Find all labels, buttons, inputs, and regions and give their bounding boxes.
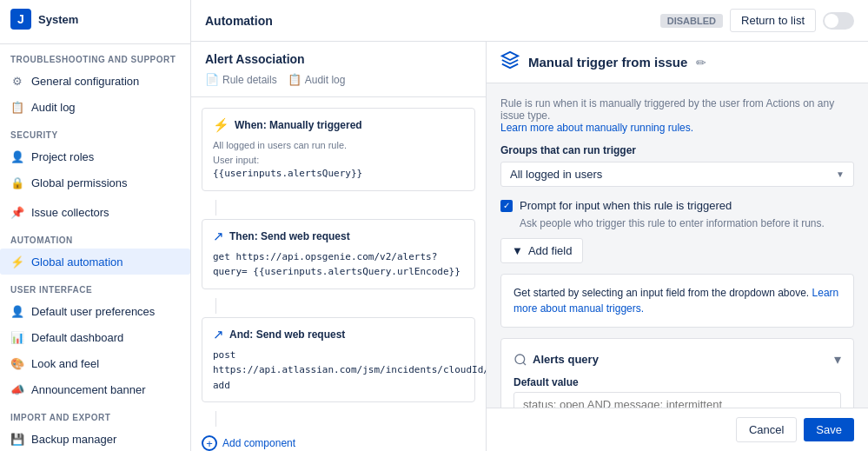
sidebar-item-global-automation[interactable]: ⚡ Global automation	[0, 249, 190, 275]
content: Alert Association 📄 Rule details 📋 Audit…	[191, 42, 868, 451]
and-card-content: post https://api.atlassian.com/jsm/incid…	[213, 349, 486, 391]
edit-icon[interactable]: ✏	[696, 56, 706, 70]
sidebar-logo: J System	[10, 9, 180, 30]
backup-icon: 💾	[10, 432, 24, 446]
chevron-down-icon: ▼	[836, 169, 845, 179]
section-ts-title: Troubleshooting and Support	[10, 55, 180, 64]
paint-icon: 🎨	[10, 356, 24, 370]
rule-details-icon: 📄	[205, 73, 219, 86]
sidebar-item-label: Default user preferences	[31, 305, 155, 318]
then-card-content: get https://api.opsgenie.com/v2/alerts?q…	[213, 251, 461, 278]
sidebar-item-look-and-feel[interactable]: 🎨 Look and feel	[0, 350, 190, 376]
when-card[interactable]: ⚡ When: Manually triggered All logged in…	[202, 108, 475, 191]
pin-icon: 📌	[10, 205, 24, 219]
then-card-header: ↗ Then: Send web request	[213, 229, 464, 244]
trigger-icon	[500, 50, 520, 74]
user-pref-icon: 👤	[10, 304, 24, 318]
breadcrumb: Automation	[205, 14, 273, 28]
sidebar-item-label: Look and feel	[31, 357, 99, 370]
left-panel: Alert Association 📄 Rule details 📋 Audit…	[191, 42, 487, 451]
query-title: Alerts query	[514, 353, 599, 367]
then-icon: ↗	[213, 229, 224, 244]
topbar-left: Automation	[205, 14, 273, 28]
checkmark-icon: ✓	[503, 201, 510, 210]
groups-select[interactable]: All logged in users ▼	[500, 162, 854, 187]
when-icon: ⚡	[213, 117, 229, 133]
prompt-sublabel: Ask people who trigger this rule to ente…	[520, 217, 854, 229]
lightning-icon: ⚡	[10, 255, 24, 269]
and-card-header: ↗ And: Send web request	[213, 327, 464, 342]
groups-label: Groups that can run trigger	[500, 144, 854, 156]
sidebar-item-label: Issue collectors	[31, 206, 109, 219]
topbar: Automation DISABLED Return to list	[191, 0, 868, 42]
sidebar-item-general-config[interactable]: ⚙ General configuration	[0, 68, 190, 94]
action-bar: Cancel Save	[487, 408, 868, 451]
section-sec-title: Security	[10, 130, 180, 140]
connector-1	[212, 200, 475, 216]
cancel-button[interactable]: Cancel	[736, 417, 797, 442]
expand-icon[interactable]: ▾	[834, 351, 841, 368]
right-panel-body: Rule is run when it is manually triggere…	[487, 83, 868, 408]
search-icon	[514, 353, 527, 367]
and-card-title: And: Send web request	[229, 328, 345, 341]
info-box-text: Get started by selecting an input field …	[514, 285, 841, 316]
svg-point-0	[515, 355, 525, 364]
return-to-list-button[interactable]: Return to list	[730, 9, 816, 32]
dashboard-icon: 📊	[10, 330, 24, 344]
sidebar-item-label: Global automation	[31, 255, 123, 269]
sidebar-item-label: Backup manager	[31, 433, 116, 446]
then-card[interactable]: ↗ Then: Send web request get https://api…	[202, 219, 475, 289]
section-import-title: Import and Export	[10, 413, 180, 422]
rule-details-tab[interactable]: 📄 Rule details	[205, 73, 277, 86]
user-icon: 👤	[10, 149, 24, 163]
and-card[interactable]: ↗ And: Send web request post https://api…	[202, 317, 475, 403]
audit-log-label: Audit log	[305, 74, 346, 86]
sidebar-item-label: Global permissions	[31, 176, 128, 189]
plus-circle-icon: +	[202, 435, 217, 451]
alert-association-title: Alert Association	[205, 52, 472, 66]
sidebar: J System Troubleshooting and Support ⚙ G…	[0, 0, 191, 451]
add-field-label: Add field	[528, 244, 573, 257]
query-section: Alerts query ▾ Default value The value i…	[500, 338, 854, 408]
audit-log-tab[interactable]: 📋 Audit log	[288, 73, 346, 86]
when-card-title: When: Manually triggered	[235, 119, 362, 131]
gear-icon: ⚙	[10, 74, 24, 88]
when-line-1: All logged in users can run rule.	[213, 138, 464, 153]
and-icon: ↗	[213, 327, 224, 342]
left-panel-header: Alert Association 📄 Rule details 📋 Audit…	[191, 42, 486, 97]
when-card-body: All logged in users can run rule. User i…	[213, 138, 464, 182]
add-field-button[interactable]: ▼ Add field	[500, 238, 583, 263]
select-value: All logged in users	[510, 168, 602, 181]
sidebar-header: J System	[0, 0, 190, 44]
add-component-button[interactable]: + Add component	[202, 430, 475, 451]
sidebar-item-announcement-banner[interactable]: 📣 Announcement banner	[0, 376, 190, 402]
section-ui-title: User Interface	[10, 285, 180, 295]
and-card-body: post https://api.atlassian.com/jsm/incid…	[213, 348, 464, 394]
prompt-checkbox-row: ✓ Prompt for input when this rule is tri…	[500, 199, 854, 212]
sidebar-item-audit-log[interactable]: 📋 Audit log	[0, 94, 190, 120]
lock-icon: 🔒	[10, 176, 24, 189]
prompt-checkbox[interactable]: ✓	[500, 200, 513, 212]
learn-more-link[interactable]: Learn more about manually running rules.	[500, 122, 693, 134]
rule-description: Rule is run when it is manually triggere…	[500, 97, 854, 134]
sidebar-item-project-roles[interactable]: 👤 Project roles	[0, 143, 190, 169]
sidebar-item-backup-manager[interactable]: 💾 Backup manager	[0, 426, 190, 451]
rule-is-run-text: Rule is run when it is manually triggere…	[500, 97, 834, 122]
save-button[interactable]: Save	[804, 418, 854, 441]
sidebar-item-label: General configuration	[31, 75, 139, 88]
automation-toggle[interactable]	[823, 12, 854, 30]
system-title: System	[38, 13, 78, 26]
sidebar-item-global-permissions[interactable]: 🔒 Global permissions	[0, 169, 190, 196]
sidebar-item-default-user-prefs[interactable]: 👤 Default user preferences	[0, 298, 190, 324]
sidebar-item-label: Audit log	[31, 101, 76, 114]
default-value-row: Default value The value inside this fiel…	[514, 376, 841, 408]
main-area: Automation DISABLED Return to list Alert…	[191, 0, 868, 451]
then-card-title: Then: Send web request	[229, 230, 350, 242]
logo-icon: J	[10, 9, 31, 30]
section-auto-title: Automation	[10, 235, 180, 245]
default-value-input[interactable]	[514, 392, 841, 408]
sidebar-item-issue-collectors[interactable]: 📌 Issue collectors	[0, 199, 190, 225]
default-value-label: Default value	[514, 376, 841, 388]
add-field-icon: ▼	[512, 244, 523, 257]
sidebar-item-default-dashboard[interactable]: 📊 Default dashboard	[0, 324, 190, 350]
